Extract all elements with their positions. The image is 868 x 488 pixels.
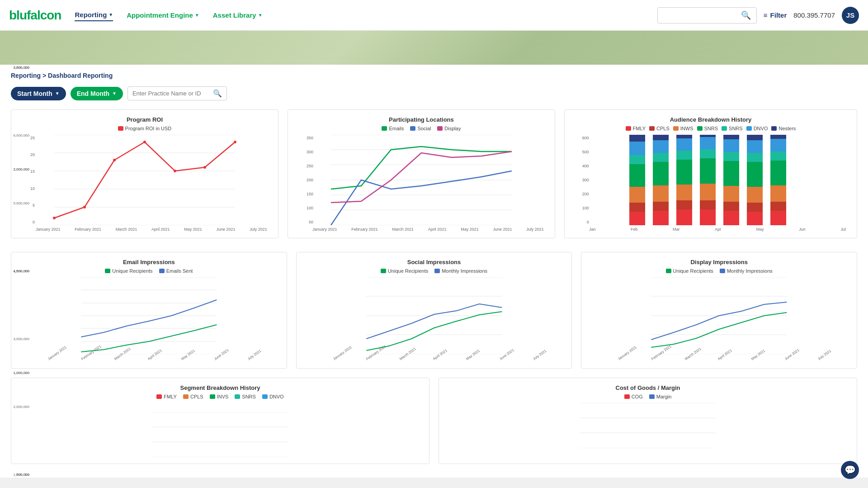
svg-rect-36 xyxy=(676,185,692,200)
practice-search-box[interactable]: 🔍 xyxy=(127,86,227,100)
legend-emails-sent: Emails Sent xyxy=(159,268,193,274)
practice-search-input[interactable] xyxy=(132,90,213,97)
header-search-button[interactable]: 🔍 xyxy=(741,10,751,20)
svg-rect-31 xyxy=(653,153,669,162)
breadcrumb-dashboard: Dashboard Reporting xyxy=(48,72,113,79)
audience-breakdown-x-labels: Jan Feb Mar Apr May Jun Jul xyxy=(571,225,850,232)
legend-color-roi xyxy=(118,126,123,131)
svg-rect-30 xyxy=(653,162,669,185)
breadcrumb: Reporting > Dashboard Reporting xyxy=(11,72,857,79)
svg-rect-67 xyxy=(770,139,786,152)
header-search-input[interactable] xyxy=(663,12,741,19)
svg-rect-63 xyxy=(770,202,786,211)
nav-reporting[interactable]: Reporting ▼ xyxy=(75,9,113,21)
nav-asset-library[interactable]: Asset Library ▼ xyxy=(213,9,263,21)
display-impressions-title: Display Impressions xyxy=(588,259,850,265)
svg-rect-55 xyxy=(747,212,763,225)
top-charts-row: Program ROI Program ROI in USD 25 20 15 … xyxy=(11,109,857,238)
logo[interactable]: blufalcon xyxy=(9,8,61,23)
email-impressions-chart: Email Impressions Unique Recipients Emai… xyxy=(11,252,287,369)
svg-rect-26 xyxy=(629,135,645,142)
cost-of-goods-area xyxy=(445,403,850,457)
svg-rect-32 xyxy=(653,140,669,153)
svg-point-6 xyxy=(53,217,56,219)
svg-rect-46 xyxy=(700,137,716,149)
avatar[interactable]: JS xyxy=(842,7,859,24)
display-impressions-legend: Unique Recipients Monthly Impressions xyxy=(588,268,850,274)
legend-color-emails xyxy=(382,126,387,131)
cost-of-goods-legend: COG Margin xyxy=(445,394,850,399)
legend-color-nesters xyxy=(746,126,752,131)
social-impressions-legend: Unique Recipients Monthly Impressions xyxy=(303,268,566,274)
svg-rect-34 xyxy=(676,209,692,225)
legend-fmly: FMLY xyxy=(626,126,646,131)
svg-rect-45 xyxy=(700,149,716,158)
program-roi-title: Program ROI xyxy=(18,116,272,123)
phone-number: 800.395.7707 xyxy=(793,11,835,19)
map-background xyxy=(0,31,868,65)
svg-rect-37 xyxy=(676,160,692,185)
svg-rect-47 xyxy=(700,135,716,137)
legend-color-dnvo-seg xyxy=(262,394,268,399)
svg-point-12 xyxy=(234,141,236,143)
chevron-down-icon: ▼ xyxy=(112,91,117,96)
svg-point-7 xyxy=(83,206,86,208)
svg-rect-33 xyxy=(653,135,669,140)
svg-rect-52 xyxy=(723,152,739,161)
legend-monthly-display: Monthly Impressions xyxy=(720,268,773,274)
legend-color-invs-seg xyxy=(210,394,215,399)
legend-dnvo: SNRS xyxy=(722,126,743,131)
svg-rect-35 xyxy=(676,200,692,209)
segment-breakdown-chart: Segment Breakdown History FMLY CPLS INVS… xyxy=(11,378,429,464)
svg-rect-56 xyxy=(747,203,763,212)
svg-point-10 xyxy=(174,170,176,172)
legend-nesters2: Nesters xyxy=(771,126,796,131)
legend-display: Display xyxy=(437,126,461,131)
cost-of-goods-svg xyxy=(445,403,850,448)
chevron-down-icon: ▼ xyxy=(258,13,263,18)
social-impressions-title: Social Impressions xyxy=(303,259,566,265)
legend-color-snrs xyxy=(697,126,703,131)
legend-color-snrs-seg xyxy=(235,394,240,399)
nav-appointment-engine[interactable]: Appointment Engine ▼ xyxy=(127,9,199,21)
header-search-box[interactable]: 🔍 xyxy=(657,7,757,24)
display-impressions-y-labels: 2,500,000 2,000,000 1,500,000 1,000,000 … xyxy=(0,65,29,478)
legend-color-nesters2 xyxy=(771,126,777,131)
svg-rect-23 xyxy=(629,164,645,187)
legend-unique-display: Unique Recipients xyxy=(666,268,713,274)
chat-button[interactable]: 💬 xyxy=(841,461,859,478)
legend-color-dnvo xyxy=(722,126,727,131)
svg-rect-20 xyxy=(629,212,645,225)
svg-rect-51 xyxy=(723,161,739,186)
chevron-down-icon: ▼ xyxy=(108,12,113,17)
svg-rect-48 xyxy=(723,211,739,225)
filter-button[interactable]: ≡ Filter xyxy=(764,11,787,19)
audience-breakdown-y-labels: 600 500 400 300 200 100 0 xyxy=(571,135,589,225)
legend-unique-social: Unique Recipients xyxy=(381,268,428,274)
legend-emails: Emails xyxy=(382,126,404,131)
svg-point-8 xyxy=(113,159,116,161)
program-roi-legend: Program ROI in USD xyxy=(18,126,272,131)
svg-rect-49 xyxy=(723,202,739,211)
svg-rect-64 xyxy=(770,185,786,202)
participating-locations-svg xyxy=(294,135,548,225)
svg-rect-27 xyxy=(653,211,669,225)
svg-rect-59 xyxy=(747,153,763,162)
svg-rect-65 xyxy=(770,161,786,185)
legend-snrs: SNRS xyxy=(697,126,718,131)
svg-rect-21 xyxy=(629,203,645,212)
end-month-dropdown[interactable]: End Month ▼ xyxy=(71,87,123,100)
legend-color-emails-sent xyxy=(159,269,165,273)
legend-fmly-seg: FMLY xyxy=(156,394,177,399)
search-icon: 🔍 xyxy=(213,89,222,98)
participating-locations-x-labels: January 2021 February 2021 March 2021 Ap… xyxy=(294,225,548,232)
header-right: 🔍 ≡ Filter 800.395.7707 JS xyxy=(657,7,859,24)
audience-breakdown-legend: FMLY CPLS INWS SNRS SNRS xyxy=(571,126,850,131)
svg-rect-62 xyxy=(770,211,786,225)
legend-color-monthly-display xyxy=(720,269,725,273)
svg-rect-50 xyxy=(723,186,739,202)
chevron-down-icon: ▼ xyxy=(55,91,60,96)
svg-rect-53 xyxy=(723,139,739,152)
audience-breakdown-chart: Audience Breakdown History FMLY CPLS INW… xyxy=(564,109,857,238)
legend-item-roi: Program ROI in USD xyxy=(118,126,172,131)
